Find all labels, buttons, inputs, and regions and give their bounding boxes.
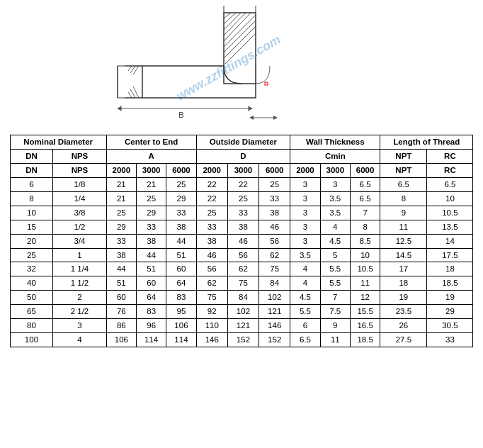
table-cell: 76: [106, 305, 136, 319]
header-wall-thickness: Wall Thickness: [290, 135, 380, 150]
header-center-to-end: Center to End: [106, 135, 196, 150]
table-cell: 27.5: [380, 333, 427, 347]
table-cell: 10.5: [350, 262, 380, 276]
table-cell: 2: [53, 291, 106, 305]
table-cell: 3: [290, 220, 320, 234]
table-cell: 33: [136, 220, 166, 234]
table-cell: 62: [259, 248, 290, 262]
table-cell: 17: [380, 262, 427, 276]
table-cell: 114: [166, 333, 196, 347]
subheader-6000-a: 6000: [166, 163, 196, 177]
table-cell: 11: [350, 276, 380, 291]
table-cell: 4: [290, 262, 320, 276]
subheader-dn: DN: [10, 149, 53, 163]
table-cell: 10: [427, 191, 473, 206]
table-cell: 18: [427, 262, 473, 276]
table-cell: 14.5: [380, 248, 427, 262]
table-cell: 10: [350, 248, 380, 262]
table-cell: 3: [290, 234, 320, 248]
table-cell: 16.5: [350, 319, 380, 333]
subheader-6000-d: 6000: [259, 163, 290, 177]
table-row: 151/22933383338463481113.5: [10, 220, 473, 234]
table-cell: 33: [196, 220, 227, 234]
svg-line-8: [133, 66, 139, 74]
table-cell: 12: [350, 291, 380, 305]
table-row: 401 1/251606462758445.5111818.5: [10, 276, 473, 291]
table-cell: 6.5: [427, 177, 473, 191]
table-cell: 121: [227, 319, 258, 333]
table-cell: 3.5: [290, 248, 320, 262]
table-cell: 10: [10, 206, 53, 220]
table-cell: 75: [259, 262, 290, 276]
table-cell: 32: [10, 262, 53, 276]
table-cell: 50: [10, 291, 53, 305]
table-cell: 33: [427, 333, 473, 347]
table-cell: 56: [227, 248, 258, 262]
table-cell: 9: [380, 206, 427, 220]
table-cell: 29: [136, 206, 166, 220]
table-cell: 29: [106, 220, 136, 234]
subheader-dn-2: DN: [10, 163, 53, 177]
svg-marker-26: [249, 106, 253, 111]
table-cell: 146: [196, 333, 227, 347]
subheader-nps-2: NPS: [53, 163, 106, 177]
table-cell: 86: [106, 319, 136, 333]
table-cell: 13.5: [427, 220, 473, 234]
data-table-container: Nominal Diameter Center to End Outside D…: [10, 135, 474, 347]
table-cell: 3.5: [320, 206, 350, 220]
table-cell: 5: [320, 248, 350, 262]
table-cell: 64: [166, 276, 196, 291]
table-cell: 1: [53, 248, 106, 262]
header-nominal-diameter: Nominal Diameter: [10, 135, 106, 150]
table-cell: 33: [106, 234, 136, 248]
table-cell: 21: [136, 177, 166, 191]
table-cell: 4.5: [290, 291, 320, 305]
table-cell: 33: [227, 206, 258, 220]
table-cell: 15: [10, 220, 53, 234]
table-cell: 6: [10, 177, 53, 191]
fitting-diagram-wrapper: B www.zzfittings.com: [86, 6, 397, 133]
table-cell: 64: [136, 291, 166, 305]
header-outside-diameter: Outside Diameter: [196, 135, 290, 150]
table-cell: 33: [259, 191, 290, 206]
table-cell: 29: [427, 305, 473, 319]
header-row-1: Nominal Diameter Center to End Outside D…: [10, 135, 473, 150]
table-row: 80386961061101211466916.52630.5: [10, 319, 473, 333]
table-cell: 62: [196, 276, 227, 291]
table-cell: 40: [10, 276, 53, 291]
table-cell: 22: [227, 177, 258, 191]
table-cell: 6: [290, 319, 320, 333]
table-cell: 25: [227, 191, 258, 206]
subheader-3000-d: 3000: [227, 163, 258, 177]
table-cell: 1/4: [53, 191, 106, 206]
table-cell: 4: [53, 333, 106, 347]
table-cell: 9: [320, 319, 350, 333]
table-cell: 8: [10, 191, 53, 206]
svg-marker-25: [117, 106, 121, 111]
table-cell: 51: [106, 276, 136, 291]
table-cell: 102: [227, 305, 258, 319]
subheader-rc: RC: [427, 149, 473, 163]
fitting-diagram: B www.zzfittings.com: [86, 6, 397, 133]
table-row: 61/8212125222225336.56.56.5: [10, 177, 473, 191]
table-cell: 19: [380, 291, 427, 305]
table-cell: 5.5: [290, 305, 320, 319]
table-cell: 44: [106, 262, 136, 276]
specifications-table: Nominal Diameter Center to End Outside D…: [10, 135, 474, 347]
subheader-npt-2: NPT: [380, 163, 427, 177]
table-cell: 106: [106, 333, 136, 347]
table-cell: 56: [259, 234, 290, 248]
subheader-2000-a: 2000: [106, 163, 136, 177]
table-cell: 38: [136, 234, 166, 248]
table-cell: 5.5: [320, 262, 350, 276]
table-cell: 6.5: [290, 333, 320, 347]
table-cell: 10.5: [427, 206, 473, 220]
table-cell: 46: [196, 248, 227, 262]
table-cell: 65: [10, 305, 53, 319]
table-cell: 14: [427, 234, 473, 248]
table-row: 103/825293325333833.57910.5: [10, 206, 473, 220]
table-cell: 44: [166, 234, 196, 248]
table-cell: 29: [166, 191, 196, 206]
subheader-a: A: [106, 149, 196, 163]
table-row: 203/433384438465634.58.512.514: [10, 234, 473, 248]
